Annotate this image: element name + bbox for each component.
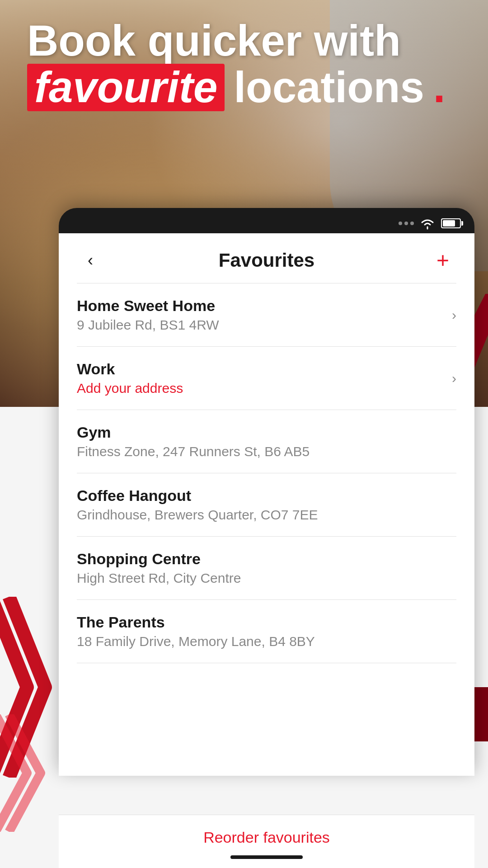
item-content: Shopping Centre High Street Rd, City Cen… [77,550,456,586]
item-address: 18 Family Drive, Memory Lane, B4 8BY [77,634,456,649]
item-name: Coffee Hangout [77,487,456,505]
list-spacer [59,663,474,754]
dot2 [404,222,408,225]
wifi-icon [419,217,436,230]
item-content: Coffee Hangout Grindhouse, Brewers Quart… [77,487,456,523]
list-item[interactable]: Shopping Centre High Street Rd, City Cen… [59,537,474,599]
list-item[interactable]: Home Sweet Home 9 Jubilee Rd, BS1 4RW › [59,283,474,346]
deco-v-bottom-left [0,714,68,832]
screen-title: Favourites [219,250,314,271]
back-button[interactable]: ‹ [77,247,104,274]
app-content: ‹ Favourites + Home Sweet Home 9 Jubilee… [59,233,474,776]
hero-dot: . [433,65,446,110]
item-name: Shopping Centre [77,550,456,568]
item-name: The Parents [77,613,456,631]
add-button[interactable]: + [429,247,456,274]
bottom-bar: Reorder favourites [59,815,474,868]
hero-line1: Book quicker with [27,18,461,64]
dot3 [410,222,414,225]
back-arrow-icon: ‹ [88,252,93,269]
item-name: Home Sweet Home [77,297,443,315]
item-name: Gym [77,424,456,441]
item-address: Fitness Zone, 247 Runners St, B6 AB5 [77,444,456,459]
item-address: Grindhouse, Brewers Quarter, CO7 7EE [77,507,456,523]
nav-header: ‹ Favourites + [59,233,474,283]
add-icon: + [436,250,449,271]
item-content: The Parents 18 Family Drive, Memory Lane… [77,613,456,649]
hero-locations: locations [234,65,424,110]
item-content: Gym Fitness Zone, 247 Runners St, B6 AB5 [77,424,456,459]
item-address: High Street Rd, City Centre [77,571,456,586]
favourites-list: Home Sweet Home 9 Jubilee Rd, BS1 4RW › … [59,283,474,663]
item-content: Work Add your address [77,360,443,396]
phone-mockup: ‹ Favourites + Home Sweet Home 9 Jubilee… [59,208,474,776]
item-content: Home Sweet Home 9 Jubilee Rd, BS1 4RW [77,297,443,333]
battery-fill [443,220,455,226]
list-item[interactable]: Work Add your address › [59,347,474,410]
item-arrow-icon: › [452,307,456,323]
dot1 [399,222,402,225]
home-indicator [230,855,303,859]
item-arrow-icon: › [452,371,456,386]
status-bar [59,213,474,233]
reorder-button[interactable]: Reorder favourites [203,829,330,846]
hero-highlight: favourite [27,64,225,111]
signal-dots [399,222,414,225]
item-name: Work [77,360,443,378]
battery-icon [441,218,461,228]
list-item[interactable]: The Parents 18 Family Drive, Memory Lane… [59,600,474,663]
list-item[interactable]: Coffee Hangout Grindhouse, Brewers Quart… [59,473,474,536]
hero-line2: favourite locations. [27,64,461,111]
hero-text-block: Book quicker with favourite locations. [27,18,461,111]
item-address: 9 Jubilee Rd, BS1 4RW [77,317,443,333]
item-address-add: Add your address [77,381,443,396]
list-item[interactable]: Gym Fitness Zone, 247 Runners St, B6 AB5 [59,410,474,473]
